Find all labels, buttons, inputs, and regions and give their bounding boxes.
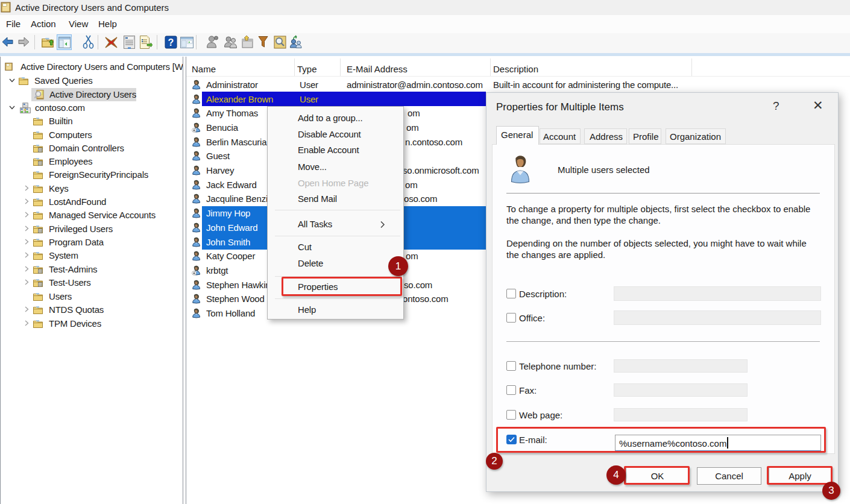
svg-text:?: ? — [168, 37, 174, 48]
